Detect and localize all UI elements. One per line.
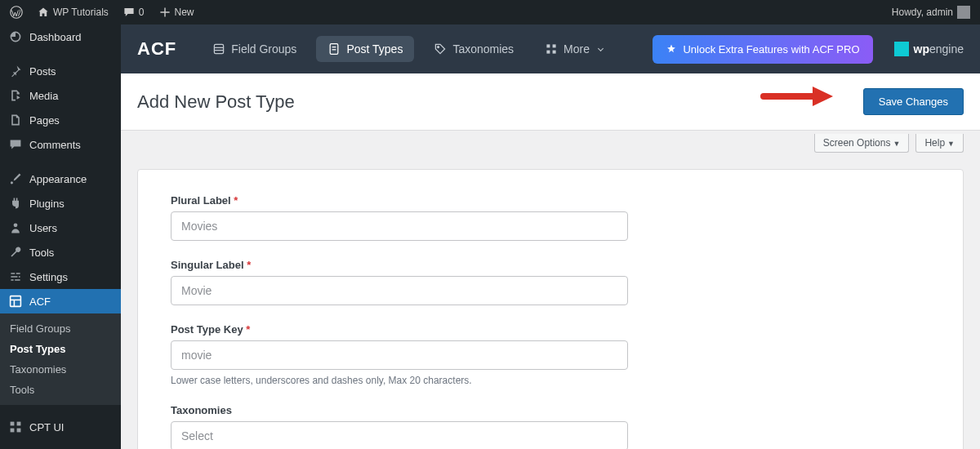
svg-rect-2 xyxy=(11,296,21,307)
field-taxonomies: Taxonomies xyxy=(171,404,628,449)
taxonomies-label: Taxonomies xyxy=(171,404,628,416)
sidebar-item-pages[interactable]: Pages xyxy=(0,108,121,132)
singular-label-label: Singular Label * xyxy=(171,259,628,271)
comments-icon xyxy=(8,138,23,151)
annotation-arrow-icon xyxy=(760,83,833,109)
field-post-type-key: Post Type Key * Lower case letters, unde… xyxy=(171,323,628,386)
acf-tab-taxonomies[interactable]: Taxonomies xyxy=(422,36,525,62)
sidebar-separator xyxy=(0,405,121,415)
screen-options-toggle[interactable]: Screen Options▼ xyxy=(814,134,910,153)
sidebar-label: CPT UI xyxy=(29,421,64,433)
admin-bar-right: Howdy, admin xyxy=(892,6,970,19)
singular-label-input[interactable] xyxy=(171,276,628,305)
site-name-link[interactable]: WP Tutorials xyxy=(38,7,109,18)
help-toggle[interactable]: Help▼ xyxy=(915,134,964,153)
dashboard-icon xyxy=(8,30,23,43)
svg-point-15 xyxy=(438,47,439,48)
page-title: Add New Post Type xyxy=(137,91,295,113)
sidebar-item-acf[interactable]: ACF xyxy=(0,289,121,313)
howdy-text: Howdy, admin xyxy=(892,7,953,18)
comment-count: 0 xyxy=(139,7,145,18)
sidebar-item-comments[interactable]: Comments xyxy=(0,132,121,157)
sidebar-label: Settings xyxy=(29,271,68,283)
svg-rect-16 xyxy=(546,44,550,47)
triangle-down-icon: ▼ xyxy=(947,140,955,148)
media-icon xyxy=(8,89,23,102)
admin-sidebar: Dashboard Posts Media Pages Comments App… xyxy=(0,24,121,449)
wpengine-icon xyxy=(894,42,909,56)
sidebar-item-tools[interactable]: Tools xyxy=(0,240,121,265)
acf-tab-post-types[interactable]: Post Types xyxy=(316,36,414,62)
taxonomies-select[interactable] xyxy=(171,421,628,449)
sidebar-submenu: Field Groups Post Types Taxonomies Tools xyxy=(0,313,121,405)
screen-meta-links: Screen Options▼ Help▼ xyxy=(121,131,980,153)
chevron-down-icon xyxy=(598,45,604,51)
sidebar-item-media[interactable]: Media xyxy=(0,83,121,108)
sidebar-item-appearance[interactable]: Appearance xyxy=(0,167,121,191)
submenu-field-groups[interactable]: Field Groups xyxy=(0,318,121,339)
main-content: ACF Field Groups Post Types Taxonomies M… xyxy=(121,24,980,449)
page-title-bar: Add New Post Type Save Changes xyxy=(121,73,980,131)
acf-tab-field-groups[interactable]: Field Groups xyxy=(201,36,308,62)
acf-tab-label: Post Types xyxy=(346,42,403,56)
submenu-post-types[interactable]: Post Types xyxy=(0,339,121,359)
sidebar-label: Comments xyxy=(29,139,81,151)
home-icon xyxy=(38,7,49,18)
svg-rect-12 xyxy=(331,44,339,55)
comments-link[interactable]: 0 xyxy=(123,7,145,18)
sidebar-label: Appearance xyxy=(29,173,87,185)
post-type-key-input[interactable] xyxy=(171,340,628,370)
sidebar-item-users[interactable]: Users xyxy=(0,216,121,240)
svg-rect-19 xyxy=(553,51,556,54)
save-changes-button[interactable]: Save Changes xyxy=(863,88,964,115)
svg-point-1 xyxy=(14,223,18,227)
wp-logo[interactable] xyxy=(10,6,23,19)
grid-icon xyxy=(8,295,23,308)
triangle-down-icon: ▼ xyxy=(893,140,900,148)
site-name-text: WP Tutorials xyxy=(53,7,109,18)
sidebar-label: Media xyxy=(29,90,58,102)
pages-icon xyxy=(8,113,23,127)
svg-rect-17 xyxy=(553,44,556,47)
submenu-taxonomies[interactable]: Taxonomies xyxy=(0,359,121,380)
pin-icon xyxy=(8,64,23,78)
wordpress-icon xyxy=(10,6,23,19)
plural-label-label: Plural Label * xyxy=(171,194,628,207)
svg-rect-5 xyxy=(11,422,15,426)
form-panel: Plural Label * Singular Label * Post Typ… xyxy=(137,169,964,449)
sidebar-label: Tools xyxy=(29,247,54,259)
howdy-link[interactable]: Howdy, admin xyxy=(892,6,970,19)
sidebar-label: Dashboard xyxy=(29,31,82,43)
new-content-link[interactable]: New xyxy=(159,7,194,18)
svg-rect-6 xyxy=(17,422,21,426)
content-area: Plural Label * Singular Label * Post Typ… xyxy=(121,153,980,449)
sidebar-item-posts[interactable]: Posts xyxy=(0,59,121,83)
wrench-icon xyxy=(8,246,23,259)
sidebar-item-cpt-ui[interactable]: CPT UI xyxy=(0,415,121,439)
acf-header-bar: ACF Field Groups Post Types Taxonomies M… xyxy=(121,24,980,73)
svg-rect-8 xyxy=(17,429,21,433)
submenu-tools[interactable]: Tools xyxy=(0,380,121,400)
plus-icon xyxy=(159,7,171,18)
sidebar-label: ACF xyxy=(29,296,51,308)
sidebar-item-settings[interactable]: Settings xyxy=(0,265,121,289)
admin-bar-left: WP Tutorials 0 New xyxy=(10,6,194,19)
sidebar-label: Posts xyxy=(29,65,56,78)
wpengine-logo[interactable]: wpengine xyxy=(894,42,964,56)
svg-marker-21 xyxy=(813,87,833,106)
tag-icon xyxy=(434,42,447,56)
sidebar-item-dashboard[interactable]: Dashboard xyxy=(0,24,121,49)
field-singular-label: Singular Label * xyxy=(171,259,628,305)
users-icon xyxy=(8,221,23,234)
sidebar-item-plugins[interactable]: Plugins xyxy=(0,191,121,216)
avatar-icon xyxy=(957,6,970,19)
post-type-key-help: Lower case letters, underscores and dash… xyxy=(171,375,628,386)
plural-label-input[interactable] xyxy=(171,211,628,241)
svg-rect-9 xyxy=(215,44,224,53)
acf-tab-label: More xyxy=(564,42,590,56)
acf-pro-button[interactable]: Unlock Extra Features with ACF PRO xyxy=(653,35,872,64)
acf-tab-label: Field Groups xyxy=(231,42,296,56)
acf-tab-more[interactable]: More xyxy=(533,36,614,62)
grid4-icon xyxy=(545,42,558,56)
plug-icon xyxy=(8,197,23,210)
